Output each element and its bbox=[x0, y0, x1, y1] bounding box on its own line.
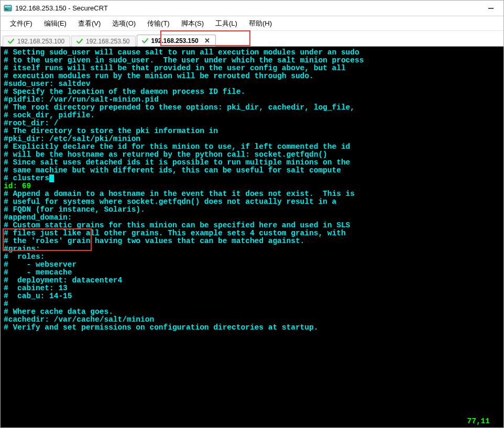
terminal-line: #cachedir: /var/cache/salt/minion bbox=[4, 316, 500, 324]
terminal-line: # The root directory prepended to these … bbox=[4, 104, 500, 112]
terminal-line: #root_dir: / bbox=[4, 119, 500, 127]
terminal-line: # deployment: datacenter4 bbox=[4, 277, 500, 284]
terminal-line: # Verify and set permissions on configur… bbox=[4, 324, 500, 332]
terminal-line: #sudo_user: saltdev bbox=[4, 80, 500, 88]
menubar: 文件(F) 编辑(E) 查看(V) 选项(O) 传输(T) 脚本(S) 工具(L… bbox=[1, 16, 503, 31]
terminal-line: # - webserver bbox=[4, 261, 500, 269]
tab-label: 192.168.253.100 bbox=[17, 38, 64, 45]
terminal-line: # same machine but with different ids, t… bbox=[4, 167, 500, 174]
terminal-line: # Custom static grains for this minion c… bbox=[4, 222, 500, 229]
terminal-line: # Explicitly declare the id for this min… bbox=[4, 143, 500, 151]
tab-host-1[interactable]: 192.168.253.100 bbox=[3, 36, 70, 47]
svg-rect-2 bbox=[5, 8, 7, 9]
check-icon bbox=[76, 38, 83, 45]
check-icon bbox=[141, 37, 149, 45]
tabbar: 192.168.253.100 192.168.253.50 192.168.2… bbox=[1, 31, 503, 47]
menu-help[interactable]: 帮助(H) bbox=[244, 17, 277, 30]
menu-tools[interactable]: 工具(L) bbox=[210, 17, 243, 30]
terminal-line: # Where cache data goes. bbox=[4, 308, 500, 316]
terminal-line: # Append a domain to a hostname in the e… bbox=[4, 190, 500, 198]
app-icon bbox=[4, 4, 12, 13]
terminal-line: #grains: bbox=[4, 245, 500, 253]
menu-file[interactable]: 文件(F) bbox=[5, 17, 38, 30]
terminal-line: id: 69 bbox=[4, 182, 500, 190]
terminal-line: # to the user given in sudo_user. The us… bbox=[4, 57, 500, 64]
terminal-line: # sock_dir, pidfile. bbox=[4, 112, 500, 119]
terminal-line: # execution modules run by the minion wi… bbox=[4, 72, 500, 80]
tab-label: 192.168.253.50 bbox=[86, 38, 129, 45]
window-controls bbox=[481, 3, 500, 14]
menu-transfer[interactable]: 传输(T) bbox=[142, 17, 175, 30]
text-cursor bbox=[49, 174, 54, 182]
terminal-line: # files just like all other grains. This… bbox=[4, 229, 500, 237]
terminal-output[interactable]: # Setting sudo_user will cause salt to r… bbox=[1, 47, 503, 427]
minimize-button[interactable] bbox=[481, 3, 500, 14]
svg-rect-3 bbox=[5, 9, 8, 10]
terminal-line: # will be the hostname as returned by th… bbox=[4, 151, 500, 159]
terminal-line: # Specify the location of the daemon pro… bbox=[4, 88, 500, 96]
tab-host-2[interactable]: 192.168.253.50 bbox=[71, 36, 135, 47]
terminal-line: # FQDN (for instance, Solaris). bbox=[4, 206, 500, 214]
check-icon bbox=[7, 38, 15, 45]
terminal-line: #append_domain: bbox=[4, 214, 500, 222]
terminal-line: # The directory to store the pki informa… bbox=[4, 127, 500, 135]
terminal-line: # Setting sudo_user will cause salt to r… bbox=[4, 49, 500, 57]
terminal-line: #pki_dir: /etc/salt/pki/minion bbox=[4, 135, 500, 143]
terminal-line: # cabinet: 13 bbox=[4, 284, 500, 292]
tab-host-3-active[interactable]: 192.168.253.150 ✕ bbox=[137, 35, 216, 47]
menu-options[interactable]: 选项(O) bbox=[107, 17, 141, 30]
terminal-line: # the 'roles' grain having two values th… bbox=[4, 237, 500, 245]
terminal-line: # clusters bbox=[4, 174, 500, 182]
terminal-line: # itself runs will still be that provide… bbox=[4, 64, 500, 72]
terminal-line: # bbox=[4, 300, 500, 308]
terminal-line: # cab_u: 14-15 bbox=[4, 292, 500, 300]
menu-view[interactable]: 查看(V) bbox=[73, 17, 106, 30]
close-icon[interactable]: ✕ bbox=[204, 37, 210, 45]
terminal-line: # - memcache bbox=[4, 269, 500, 277]
tab-label: 192.168.253.150 bbox=[151, 37, 199, 45]
menu-script[interactable]: 脚本(S) bbox=[176, 17, 209, 30]
terminal-line: # useful for systems where socket.getfqd… bbox=[4, 198, 500, 206]
svg-rect-1 bbox=[5, 6, 11, 7]
menu-edit[interactable]: 编辑(E) bbox=[39, 17, 72, 30]
terminal-line: # Since salt uses detached ids it is pos… bbox=[4, 159, 500, 167]
terminal-line: # roles: bbox=[4, 253, 500, 261]
terminal-line: #pidfile: /var/run/salt-minion.pid bbox=[4, 96, 500, 104]
cursor-position-status: 77,11 bbox=[467, 418, 490, 425]
window-title: 192.168.253.150 - SecureCRT bbox=[15, 4, 478, 12]
titlebar: 192.168.253.150 - SecureCRT bbox=[1, 1, 503, 16]
